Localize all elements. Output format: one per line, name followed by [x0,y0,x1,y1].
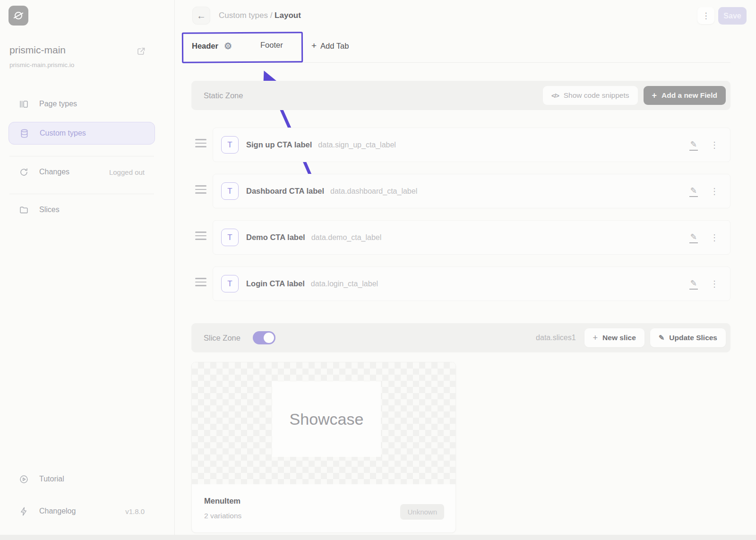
field-menu-icon[interactable]: ⋮ [710,140,719,150]
sidebar-item-label: Changelog [39,507,76,515]
sidebar-item-changelog[interactable]: Changelog v1.8.0 [9,500,155,523]
sidebar-item-page-types[interactable]: Page types [9,93,155,115]
slice-preview-box: Showcase [272,381,381,457]
slice-zone-header: Slice Zone data.slices1 + New slice ✎ Up… [191,323,730,352]
field-name: Login CTA label [246,279,305,288]
edit-field-icon[interactable]: ✎ [689,186,698,197]
text-field-icon: T [221,136,239,154]
add-new-field-button[interactable]: + Add a new Field [644,86,726,105]
tab-header[interactable]: Header ⚙ [192,41,232,51]
field-menu-icon[interactable]: ⋮ [710,186,719,197]
slice-status-badge: Unknown [400,504,444,520]
field-name: Dashboard CTA label [246,187,324,196]
sidebar-item-slices[interactable]: Slices [9,198,155,221]
slice-card-footer: MenuItem 2 variations Unknown [192,484,455,532]
tabs-divider [184,62,730,63]
field-row: T Login CTA label data.login_cta_label ✎… [191,266,730,301]
lightning-icon [19,506,29,516]
breadcrumb: Custom types / Layout [219,11,301,20]
field-card: T Login CTA label data.login_cta_label ✎… [213,266,730,301]
add-new-field-label: Add a new Field [662,91,717,100]
pencil-icon: ✎ [659,334,665,342]
breadcrumb-section[interactable]: Custom types / [219,11,272,20]
changes-icon [19,167,29,177]
update-slices-label: Update Slices [669,334,717,342]
database-icon [19,129,29,138]
sidebar: prismic-main prismic-main.prismic.io Pag… [0,0,175,540]
field-card: T Sign up CTA label data.sign_up_cta_lab… [213,128,730,162]
page-types-icon [19,99,29,109]
tab-label: Header [192,42,218,51]
field-menu-icon[interactable]: ⋮ [710,232,719,243]
drag-handle-icon[interactable] [195,278,206,286]
kebab-icon: ⋮ [702,11,710,21]
slice-machine-logo-icon [9,6,28,26]
edit-field-icon[interactable]: ✎ [689,232,698,243]
slice-zone-toggle[interactable] [253,331,275,344]
project-domain: prismic-main.prismic.io [9,61,74,69]
tab-label: Footer [260,41,283,50]
show-code-snippets-button[interactable]: </> Show code snippets [543,86,638,105]
field-row: T Dashboard CTA label data.dashboard_cta… [191,174,730,208]
more-options-button[interactable]: ⋮ [697,7,714,24]
field-card: T Dashboard CTA label data.dashboard_cta… [213,174,730,208]
static-zone-title: Static Zone [204,91,243,100]
field-api-id: data.dashboard_cta_label [330,187,417,196]
gear-icon[interactable]: ⚙ [224,41,232,51]
code-icon: </> [551,92,559,99]
slice-card-menuitem[interactable]: Showcase MenuItem 2 variations Unknown [191,362,456,533]
new-slice-button[interactable]: + New slice [584,328,644,347]
folder-icon [19,205,29,215]
back-arrow-icon: ← [197,10,206,21]
sidebar-divider [9,194,154,194]
play-circle-icon [19,474,29,484]
external-link-icon[interactable] [136,46,146,56]
slice-preview-checkerboard: Showcase [192,362,455,484]
slice-machine-app: prismic-main prismic-main.prismic.io Pag… [0,0,756,540]
field-name: Demo CTA label [246,233,305,242]
sidebar-item-label: Custom types [40,129,86,137]
back-button[interactable]: ← [192,7,210,25]
text-field-icon: T [221,182,239,200]
text-field-icon: T [221,275,239,292]
breadcrumb-current: Layout [275,11,301,20]
sidebar-item-changes[interactable]: Changes Logged out [9,161,155,183]
sidebar-item-label: Page types [39,100,77,108]
add-tab-button[interactable]: + Add Tab [311,41,349,51]
logged-out-badge: Logged out [109,168,145,176]
field-menu-icon[interactable]: ⋮ [710,279,719,289]
tab-footer[interactable]: Footer [260,41,283,50]
project-name: prismic-main [9,44,66,56]
drag-handle-icon[interactable] [195,139,206,147]
sidebar-item-label: Slices [39,206,60,214]
sidebar-divider [9,156,154,156]
field-row: T Demo CTA label data.demo_cta_label ✎ ⋮ [191,220,730,255]
new-slice-label: New slice [602,334,636,342]
sidebar-item-tutorial[interactable]: Tutorial [9,468,155,490]
field-card: T Demo CTA label data.demo_cta_label ✎ ⋮ [213,220,730,255]
drag-handle-icon[interactable] [195,185,206,194]
static-zone-header: Static Zone </> Show code snippets + Add… [191,81,730,110]
field-api-id: data.sign_up_cta_label [318,141,396,149]
field-row: T Sign up CTA label data.sign_up_cta_lab… [191,128,730,162]
text-field-icon: T [221,229,239,246]
sidebar-item-custom-types[interactable]: Custom types [9,122,155,145]
update-slices-button[interactable]: ✎ Update Slices [650,328,726,347]
toggle-knob [264,333,274,343]
add-tab-label: Add Tab [320,42,349,51]
edit-field-icon[interactable]: ✎ [689,139,698,151]
slice-zone-title: Slice Zone [204,334,241,343]
edit-field-icon[interactable]: ✎ [689,278,698,290]
save-button[interactable]: Save [718,7,747,25]
sidebar-item-label: Tutorial [39,475,64,483]
slice-preview-text: Showcase [290,410,364,429]
plus-icon: + [311,41,317,51]
bottom-strip [0,535,756,540]
drag-handle-icon[interactable] [195,231,206,240]
field-api-id: data.demo_cta_label [311,233,382,242]
version-badge: v1.8.0 [125,507,145,515]
field-name: Sign up CTA label [246,140,312,149]
slice-zone-api-id: data.slices1 [536,334,576,342]
plus-icon: + [652,91,657,101]
plus-icon: + [593,333,598,343]
